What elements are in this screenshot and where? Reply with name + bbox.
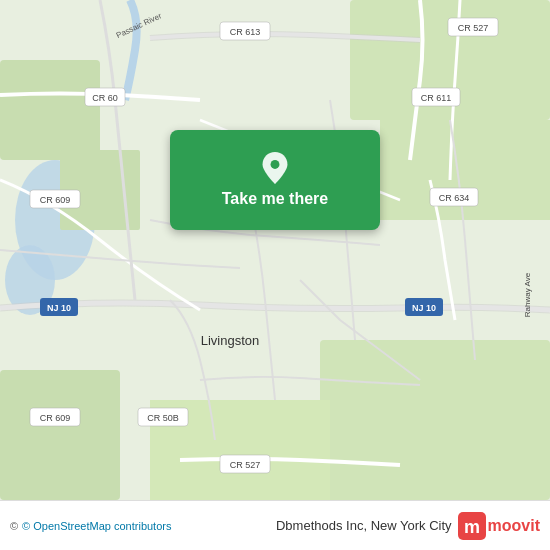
svg-rect-3 [0,60,100,160]
moovit-icon: m [458,512,486,540]
map-container: CR 613 CR 527 CR 60 CR 611 CR 609 CR 634… [0,0,550,500]
branding-section: Dbmethods Inc, New York City m moovit [276,512,540,540]
location-name: Dbmethods Inc, New York City [276,518,452,533]
svg-rect-5 [0,370,120,500]
svg-text:CR 527: CR 527 [458,23,489,33]
svg-text:CR 527: CR 527 [230,460,261,470]
copyright-section: © © OpenStreetMap contributors [10,520,171,532]
map-svg: CR 613 CR 527 CR 60 CR 611 CR 609 CR 634… [0,0,550,500]
svg-text:Rahway Ave: Rahway Ave [523,272,532,317]
svg-text:CR 50B: CR 50B [147,413,179,423]
bottom-bar: © © OpenStreetMap contributors Dbmethods… [0,500,550,550]
svg-text:CR 634: CR 634 [439,193,470,203]
svg-text:CR 611: CR 611 [421,93,452,103]
svg-text:m: m [464,517,480,537]
svg-text:CR 609: CR 609 [40,195,71,205]
svg-text:Livingston: Livingston [201,333,260,348]
svg-text:CR 60: CR 60 [92,93,118,103]
take-me-there-button[interactable]: Take me there [170,130,380,230]
svg-point-35 [271,160,280,169]
copyright-text: © [10,520,18,532]
svg-text:CR 609: CR 609 [40,413,71,423]
take-me-there-label: Take me there [222,190,328,208]
svg-text:NJ 10: NJ 10 [47,303,71,313]
location-pin-icon [259,152,291,184]
moovit-text: moovit [488,517,540,535]
svg-text:CR 613: CR 613 [230,27,261,37]
svg-rect-6 [320,340,550,500]
svg-text:NJ 10: NJ 10 [412,303,436,313]
moovit-logo: m moovit [458,512,540,540]
osm-link[interactable]: © OpenStreetMap contributors [22,520,171,532]
